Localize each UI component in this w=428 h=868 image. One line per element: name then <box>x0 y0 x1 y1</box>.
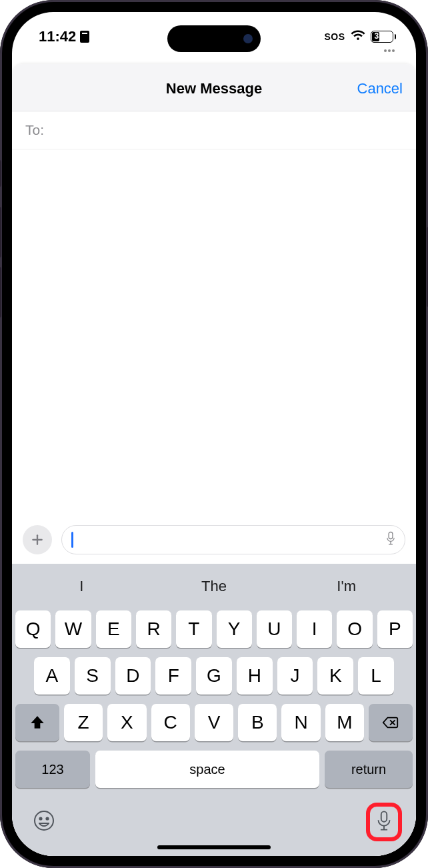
side-button-silent <box>0 160 1 187</box>
key-n[interactable]: N <box>281 704 320 741</box>
key-row-2: A S D F G H J K L <box>15 657 413 695</box>
status-time: 11:42 <box>39 28 76 45</box>
sheet-title: New Message <box>166 80 262 97</box>
wifi-icon <box>351 29 365 44</box>
sim-icon <box>80 31 89 43</box>
key-r[interactable]: R <box>136 610 171 648</box>
key-u[interactable]: U <box>257 610 292 648</box>
shift-key[interactable] <box>15 704 59 741</box>
dictation-inline-button[interactable] <box>385 531 397 548</box>
sos-label: SOS <box>324 31 345 42</box>
key-e[interactable]: E <box>96 610 131 648</box>
key-q[interactable]: Q <box>15 610 51 648</box>
microphone-icon <box>385 531 397 546</box>
key-f[interactable]: F <box>155 657 191 695</box>
key-a[interactable]: A <box>34 657 70 695</box>
svg-rect-10 <box>381 811 387 821</box>
screen: 11:42 SOS 35 New Mes <box>12 12 416 856</box>
microphone-icon <box>373 809 395 832</box>
key-row-3: Z X C V B N M <box>15 704 413 741</box>
space-key[interactable]: space <box>95 751 319 788</box>
text-caret <box>71 532 73 548</box>
plus-icon <box>31 533 44 546</box>
key-i[interactable]: I <box>297 610 332 648</box>
key-t[interactable]: T <box>176 610 211 648</box>
suggestion-2[interactable]: The <box>148 578 281 595</box>
backspace-icon <box>382 714 399 731</box>
key-row-4: 123 space return <box>15 751 413 788</box>
key-y[interactable]: Y <box>217 610 252 648</box>
key-c[interactable]: C <box>151 704 190 741</box>
key-p[interactable]: P <box>377 610 413 648</box>
key-o[interactable]: O <box>337 610 372 648</box>
keyboard: I The I'm Q W E R T Y U I O P <box>12 564 416 856</box>
shift-icon <box>29 714 46 731</box>
svg-point-9 <box>46 817 48 819</box>
key-v[interactable]: V <box>195 704 233 741</box>
dictation-button[interactable] <box>373 809 395 835</box>
new-message-sheet: New Message Cancel To: I Th <box>12 64 416 856</box>
key-d[interactable]: D <box>115 657 151 695</box>
svg-rect-2 <box>389 532 393 538</box>
sheet-header: New Message Cancel <box>12 64 416 111</box>
cancel-button[interactable]: Cancel <box>357 80 403 97</box>
key-j[interactable]: J <box>277 657 313 695</box>
key-x[interactable]: X <box>107 704 146 741</box>
home-indicator[interactable] <box>157 845 271 849</box>
side-button-vol-up <box>0 207 1 258</box>
dynamic-island <box>167 25 261 52</box>
key-h[interactable]: H <box>237 657 273 695</box>
message-input-row <box>12 518 416 564</box>
key-l[interactable]: L <box>358 657 394 695</box>
emoji-button[interactable] <box>33 809 55 835</box>
key-w[interactable]: W <box>55 610 91 648</box>
key-z[interactable]: Z <box>64 704 103 741</box>
iphone-frame: 11:42 SOS 35 New Mes <box>0 0 428 868</box>
key-m[interactable]: M <box>325 704 364 741</box>
battery-icon: 35 <box>371 31 397 43</box>
emoji-icon <box>33 809 55 832</box>
privacy-indicator-icon <box>384 49 395 52</box>
suggestion-bar: I The I'm <box>15 568 413 605</box>
key-s[interactable]: S <box>75 657 111 695</box>
suggestion-3[interactable]: I'm <box>280 578 413 595</box>
svg-point-8 <box>39 817 41 819</box>
key-b[interactable]: B <box>238 704 277 741</box>
key-row-1: Q W E R T Y U I O P <box>15 610 413 648</box>
backspace-key[interactable] <box>369 704 413 741</box>
key-g[interactable]: G <box>196 657 232 695</box>
compose-body[interactable] <box>12 149 416 518</box>
message-input[interactable] <box>61 525 405 554</box>
side-button-vol-down <box>0 267 1 318</box>
numbers-key[interactable]: 123 <box>15 751 90 788</box>
svg-point-7 <box>35 811 53 830</box>
add-attachment-button[interactable] <box>23 525 52 554</box>
to-field[interactable]: To: <box>12 111 416 149</box>
suggestion-1[interactable]: I <box>15 578 148 595</box>
key-k[interactable]: K <box>317 657 353 695</box>
return-key[interactable]: return <box>325 751 413 788</box>
